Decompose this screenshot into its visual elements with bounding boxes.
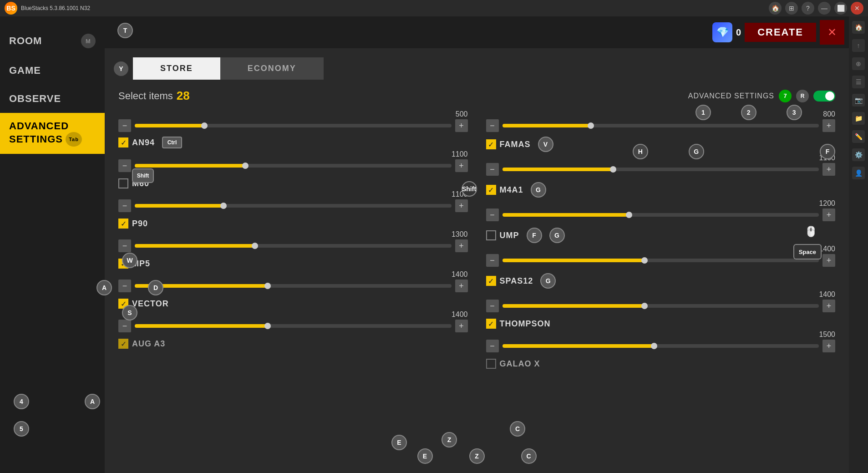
close-icon[interactable]: ✕ [820, 20, 844, 45]
advanced-settings-toggle[interactable] [813, 91, 835, 102]
an94-minus[interactable]: − [118, 159, 131, 172]
m60-minus[interactable]: − [118, 199, 131, 212]
p90-value: 1300 [452, 230, 468, 239]
ump-plus[interactable]: + [822, 254, 835, 267]
an94-value: 1100 [452, 150, 468, 158]
weapon-galao: GALAO X [486, 359, 836, 371]
thompson-minus[interactable]: − [486, 340, 499, 352]
top-right-minus[interactable]: − [486, 119, 499, 132]
auga3-checkbox[interactable]: ✓ [118, 339, 128, 349]
spas12-track[interactable] [503, 304, 819, 308]
y-key: Y [114, 61, 128, 76]
right-icon-plus[interactable]: ⊕ [852, 57, 865, 70]
weapon-m4a1: ✓ M4A1 G 1200 − + [486, 182, 836, 221]
ump-checkbox[interactable] [486, 230, 496, 240]
tab-economy[interactable]: ECONOMY [220, 57, 324, 80]
tab-store[interactable]: STORE [133, 57, 220, 80]
right-weapon-column: ✓ FAMAS V 1100 − + H G F [486, 137, 836, 377]
sidebar-item-game[interactable]: GAME [0, 56, 105, 85]
key-d: D [148, 280, 163, 295]
an94-plus[interactable]: + [455, 159, 468, 172]
vector-track[interactable] [135, 324, 452, 328]
sidebar-item-advanced-settings[interactable]: ADVANCED SETTINGS Tab [0, 113, 105, 154]
home-btn[interactable]: 🏠 [769, 2, 782, 15]
right-icon-camera[interactable]: 📷 [852, 94, 865, 107]
right-icon-folder[interactable]: 📁 [852, 112, 865, 125]
create-button[interactable]: CREATE [745, 23, 816, 42]
famas-name: FAMAS [500, 140, 531, 149]
weapon-an94: ✓ AN94 Ctrl 1100 − + [118, 137, 468, 172]
key-4: 4 [14, 394, 29, 409]
ump-minus[interactable]: − [486, 254, 499, 267]
an94-slider: − + [118, 159, 468, 172]
m4a1-plus[interactable]: + [822, 209, 835, 221]
m60-plus[interactable]: + [455, 199, 468, 212]
g-key-spas12: G [540, 273, 556, 289]
vector-minus[interactable]: − [118, 320, 131, 332]
multi-window-btn[interactable]: ⊞ [785, 2, 798, 15]
right-icon-person[interactable]: 👤 [852, 167, 865, 179]
m60-track[interactable] [135, 204, 452, 208]
sidebar-item-observe[interactable]: OBSERVE [0, 85, 105, 113]
m60-checkbox[interactable] [118, 178, 128, 188]
top-left-minus[interactable]: − [118, 119, 131, 132]
sidebar-item-room[interactable]: ROOM M [0, 25, 105, 56]
ump-slider: − + [486, 254, 836, 267]
spas12-checkbox[interactable]: ✓ [486, 276, 496, 286]
mp5-minus[interactable]: − [118, 280, 131, 292]
top-right-track[interactable] [503, 124, 819, 127]
top-right-thumb [588, 122, 594, 129]
right-icon-edit[interactable]: ✏️ [852, 130, 865, 143]
g-key-ump: G [549, 228, 565, 243]
weapon-p90: ✓ P90 1300 − + [118, 219, 468, 252]
mp5-track[interactable] [135, 284, 452, 288]
p90-track[interactable] [135, 244, 452, 248]
galao-checkbox[interactable] [486, 359, 496, 369]
p90-minus[interactable]: − [118, 239, 131, 252]
top-right-plus[interactable]: + [822, 119, 835, 132]
p90-checkbox[interactable]: ✓ [118, 219, 128, 229]
m60-slider: − + [118, 199, 468, 212]
spas12-minus[interactable]: − [486, 300, 499, 312]
ctrl-key: Ctrl [162, 137, 182, 148]
thompson-plus[interactable]: + [822, 340, 835, 352]
famas-minus[interactable]: − [486, 163, 499, 176]
an94-track[interactable] [135, 164, 452, 168]
maximize-btn[interactable]: ⬜ [834, 2, 847, 15]
m4a1-minus[interactable]: − [486, 209, 499, 221]
famas-track[interactable] [503, 168, 819, 171]
minimize-btn[interactable]: — [818, 2, 831, 15]
bottom-key-badges: E Z C [417, 448, 537, 464]
weapons-grid: ✓ AN94 Ctrl 1100 − + M60 [114, 137, 840, 377]
help-btn[interactable]: ? [802, 2, 814, 15]
spas12-slider: − + [486, 300, 836, 312]
thompson-checkbox[interactable]: ✓ [486, 319, 496, 329]
thompson-track[interactable] [503, 344, 819, 348]
right-icon-home[interactable]: 🏠 [852, 21, 865, 34]
top-left-plus[interactable]: + [455, 119, 468, 132]
right-icon-settings[interactable]: ⚙️ [852, 148, 865, 161]
p90-plus[interactable]: + [455, 239, 468, 252]
select-items-label: Select items [118, 90, 173, 102]
key-a: A [96, 280, 112, 295]
top-left-track[interactable] [135, 124, 452, 127]
mouse-cursor-icon: 🖱️ [805, 226, 817, 238]
right-icon-list[interactable]: ☰ [852, 76, 865, 88]
famas-plus[interactable]: + [822, 163, 835, 176]
spas12-plus[interactable]: + [822, 300, 835, 312]
tab-key-badge: Tab [66, 132, 82, 147]
m4a1-checkbox[interactable]: ✓ [486, 185, 496, 195]
select-items-count: 28 [177, 89, 190, 103]
vector-plus[interactable]: + [455, 320, 468, 332]
m4a1-track[interactable] [503, 213, 819, 217]
top-sliders: 500 − + 800 − + [114, 110, 840, 132]
g-key-famas: G [689, 144, 704, 159]
right-icon-up[interactable]: ↑ [852, 39, 865, 52]
g-key-m4a1: G [531, 182, 546, 198]
ump-track[interactable] [503, 259, 819, 262]
an94-checkbox[interactable]: ✓ [118, 137, 128, 147]
mp5-plus[interactable]: + [455, 280, 468, 292]
famas-checkbox[interactable]: ✓ [486, 139, 496, 149]
thompson-slider: − + [486, 340, 836, 352]
close-btn[interactable]: ✕ [851, 2, 863, 15]
